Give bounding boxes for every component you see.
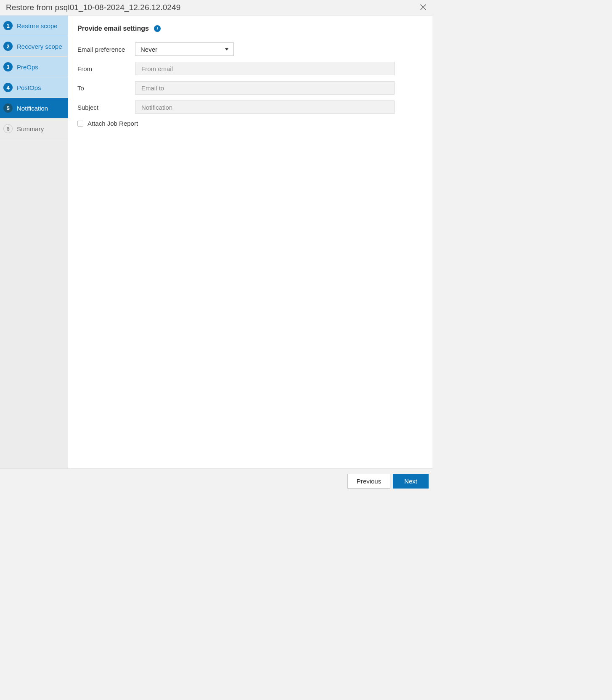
dialog-title: Restore from psql01_10-08-2024_12.26.12.… xyxy=(6,3,180,12)
step-number: 4 xyxy=(3,83,13,92)
restore-dialog: Restore from psql01_10-08-2024_12.26.12.… xyxy=(0,0,432,494)
dialog-footer: Previous Next xyxy=(0,468,432,494)
step-label: Restore scope xyxy=(17,22,58,29)
step-preops[interactable]: 3 PreOps xyxy=(0,57,68,77)
step-label: Notification xyxy=(17,105,48,112)
checkbox-attach-report[interactable] xyxy=(77,121,83,127)
row-subject: Subject xyxy=(77,100,423,114)
step-label: PostOps xyxy=(17,84,41,91)
label-subject: Subject xyxy=(77,104,135,111)
info-icon[interactable]: i xyxy=(154,25,161,32)
label-from: From xyxy=(77,65,135,72)
wizard-sidebar: 1 Restore scope 2 Recovery scope 3 PreOp… xyxy=(0,16,68,468)
select-value: Never xyxy=(140,46,157,53)
next-button[interactable]: Next xyxy=(393,474,429,489)
chevron-down-icon xyxy=(225,48,228,50)
step-restore-scope[interactable]: 1 Restore scope xyxy=(0,16,68,36)
step-number: 1 xyxy=(3,21,13,30)
previous-button[interactable]: Previous xyxy=(347,474,390,489)
input-subject[interactable] xyxy=(135,100,395,114)
label-attach-report: Attach Job Report xyxy=(87,120,138,127)
row-from: From xyxy=(77,62,423,75)
step-number: 3 xyxy=(3,62,13,71)
input-from-email[interactable] xyxy=(135,62,395,75)
step-number: 2 xyxy=(3,42,13,51)
step-number: 6 xyxy=(3,124,13,133)
content-panel: Provide email settings i Email preferenc… xyxy=(68,16,432,468)
input-to-email[interactable] xyxy=(135,81,395,95)
step-label: Summary xyxy=(17,125,44,132)
step-label: Recovery scope xyxy=(17,43,62,50)
row-email-preference: Email preference Never xyxy=(77,42,423,56)
dialog-header: Restore from psql01_10-08-2024_12.26.12.… xyxy=(0,0,432,16)
dialog-body: 1 Restore scope 2 Recovery scope 3 PreOp… xyxy=(0,16,432,468)
step-notification[interactable]: 5 Notification xyxy=(0,98,68,119)
step-postops[interactable]: 4 PostOps xyxy=(0,77,68,98)
close-icon[interactable] xyxy=(419,3,427,12)
section-heading: Provide email settings i xyxy=(77,25,161,32)
step-number: 5 xyxy=(3,103,13,113)
heading-text: Provide email settings xyxy=(77,25,149,32)
row-to: To xyxy=(77,81,423,95)
row-attach-report: Attach Job Report xyxy=(77,120,423,127)
label-to: To xyxy=(77,85,135,92)
step-summary[interactable]: 6 Summary xyxy=(0,119,68,139)
step-recovery-scope[interactable]: 2 Recovery scope xyxy=(0,36,68,57)
select-email-preference[interactable]: Never xyxy=(135,42,234,56)
label-email-preference: Email preference xyxy=(77,46,135,53)
step-label: PreOps xyxy=(17,63,38,71)
